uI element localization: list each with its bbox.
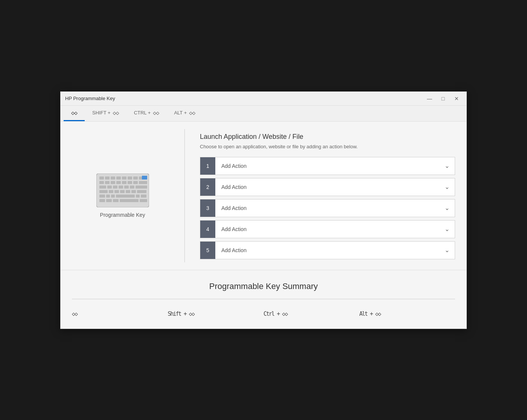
svg-rect-5 xyxy=(122,177,126,180)
tab-bar: ◇◇ SHIFT + ◇◇ CTRL + ◇◇ ALT + ◇◇ xyxy=(61,106,466,122)
action-chevron-1: ⌄ xyxy=(439,162,455,169)
summary-key-col-3: Alt + ◇◇ xyxy=(359,310,455,317)
tab-alt-label: ALT + xyxy=(174,110,187,116)
svg-rect-19 xyxy=(107,186,112,189)
svg-rect-37 xyxy=(141,195,146,198)
action-num-3: 3 xyxy=(200,199,215,217)
svg-rect-42 xyxy=(140,199,147,202)
application-window: HP Programmable Key — □ ✕ ◇◇ SHIFT + ◇◇ … xyxy=(60,91,467,329)
title-bar: HP Programmable Key — □ ✕ xyxy=(61,92,466,106)
svg-rect-39 xyxy=(106,199,112,202)
action-chevron-4: ⌄ xyxy=(439,225,455,233)
summary-key-col-0: ◇◇ xyxy=(72,310,168,317)
tab-shift-prog[interactable]: SHIFT + ◇◇ xyxy=(85,106,126,121)
svg-rect-7 xyxy=(133,177,138,180)
action-chevron-2: ⌄ xyxy=(439,183,455,190)
svg-rect-25 xyxy=(99,190,108,193)
svg-rect-30 xyxy=(131,190,136,193)
svg-rect-21 xyxy=(119,186,123,189)
tab-ctrl-icon: ◇◇ xyxy=(153,110,159,116)
action-row-2[interactable]: 2 Add Action ⌄ xyxy=(200,178,455,196)
svg-rect-34 xyxy=(111,195,115,198)
tab-ctrl-prog[interactable]: CTRL + ◇◇ xyxy=(126,106,167,121)
svg-rect-4 xyxy=(116,177,121,180)
svg-rect-16 xyxy=(133,181,138,184)
svg-rect-20 xyxy=(113,186,117,189)
action-row-4[interactable]: 4 Add Action ⌄ xyxy=(200,220,455,238)
svg-rect-32 xyxy=(99,195,105,198)
summary-key-icon-0: ◇◇ xyxy=(72,310,77,317)
maximize-button[interactable]: □ xyxy=(438,95,448,102)
section-title: Launch Application / Website / File xyxy=(200,133,455,141)
action-label-4: Add Action xyxy=(215,226,439,232)
tab-alt-prog[interactable]: ALT + ◇◇ xyxy=(166,106,203,121)
svg-rect-35 xyxy=(116,195,135,198)
section-desc: Choose to open an application, website o… xyxy=(200,144,455,149)
close-button[interactable]: ✕ xyxy=(451,95,462,102)
window-title: HP Programmable Key xyxy=(65,96,115,101)
action-label-2: Add Action xyxy=(215,184,439,190)
svg-rect-24 xyxy=(136,186,147,189)
svg-rect-12 xyxy=(111,181,115,184)
svg-rect-29 xyxy=(126,190,130,193)
svg-rect-31 xyxy=(137,190,146,193)
action-row-3[interactable]: 3 Add Action ⌄ xyxy=(200,199,455,217)
svg-rect-38 xyxy=(99,199,105,202)
top-panel: Programmable Key Launch Application / We… xyxy=(61,122,466,270)
action-row-1[interactable]: 1 Add Action ⌄ xyxy=(200,157,455,175)
action-label-1: Add Action xyxy=(215,163,439,169)
window-controls: — □ ✕ xyxy=(424,95,462,102)
tab-prog-key-icon: ◇◇ xyxy=(71,110,77,116)
action-num-1: 1 xyxy=(200,157,215,175)
tab-alt-icon: ◇◇ xyxy=(189,110,195,116)
summary-divider xyxy=(72,299,455,299)
summary-key-icon-2: Ctrl + ◇◇ xyxy=(264,310,287,317)
action-label-3: Add Action xyxy=(215,205,439,211)
device-label: Programmable Key xyxy=(100,212,145,218)
tab-ctrl-label: CTRL + xyxy=(134,110,151,116)
svg-rect-13 xyxy=(116,181,121,184)
svg-rect-28 xyxy=(120,190,125,193)
summary-key-icon-1: Shift + ◇◇ xyxy=(168,310,194,317)
summary-key-col-2: Ctrl + ◇◇ xyxy=(264,310,359,317)
summary-keys: ◇◇ Shift + ◇◇ Ctrl + ◇◇ Alt + ◇◇ xyxy=(72,310,455,317)
svg-rect-10 xyxy=(99,181,104,184)
left-panel: Programmable Key xyxy=(72,129,185,262)
svg-rect-3 xyxy=(111,177,115,180)
action-label-5: Add Action xyxy=(215,247,439,253)
main-content: Programmable Key Launch Application / We… xyxy=(61,122,466,329)
svg-rect-6 xyxy=(128,177,132,180)
keyboard-svg xyxy=(96,173,149,207)
svg-rect-18 xyxy=(99,186,106,189)
action-num-4: 4 xyxy=(200,221,215,238)
svg-rect-2 xyxy=(105,177,110,180)
svg-rect-15 xyxy=(128,181,132,184)
summary-key-col-1: Shift + ◇◇ xyxy=(168,310,264,317)
minimize-button[interactable]: — xyxy=(424,95,435,102)
action-chevron-5: ⌄ xyxy=(439,247,455,254)
svg-rect-17 xyxy=(139,181,147,184)
right-panel: Launch Application / Website / File Choo… xyxy=(185,129,455,262)
svg-rect-40 xyxy=(113,199,119,202)
svg-rect-26 xyxy=(109,190,113,193)
tab-prog-key[interactable]: ◇◇ xyxy=(64,106,85,121)
action-chevron-3: ⌄ xyxy=(439,204,455,212)
tab-shift-icon: ◇◇ xyxy=(113,110,119,116)
svg-rect-22 xyxy=(124,186,129,189)
svg-rect-11 xyxy=(105,181,110,184)
summary-key-icon-3: Alt + ◇◇ xyxy=(359,310,381,317)
svg-rect-14 xyxy=(122,181,126,184)
svg-rect-9 xyxy=(142,176,147,180)
tab-shift-label: SHIFT + xyxy=(92,110,111,116)
action-num-2: 2 xyxy=(200,178,215,196)
svg-rect-1 xyxy=(99,177,104,180)
summary-section: Programmable Key Summary ◇◇ Shift + ◇◇ C… xyxy=(61,270,466,329)
action-row-5[interactable]: 5 Add Action ⌄ xyxy=(200,241,455,259)
action-num-5: 5 xyxy=(200,242,215,259)
svg-rect-41 xyxy=(120,199,139,202)
svg-rect-23 xyxy=(130,186,134,189)
summary-title: Programmable Key Summary xyxy=(72,282,455,291)
svg-rect-27 xyxy=(114,190,119,193)
svg-rect-33 xyxy=(106,195,110,198)
svg-rect-36 xyxy=(136,195,140,198)
